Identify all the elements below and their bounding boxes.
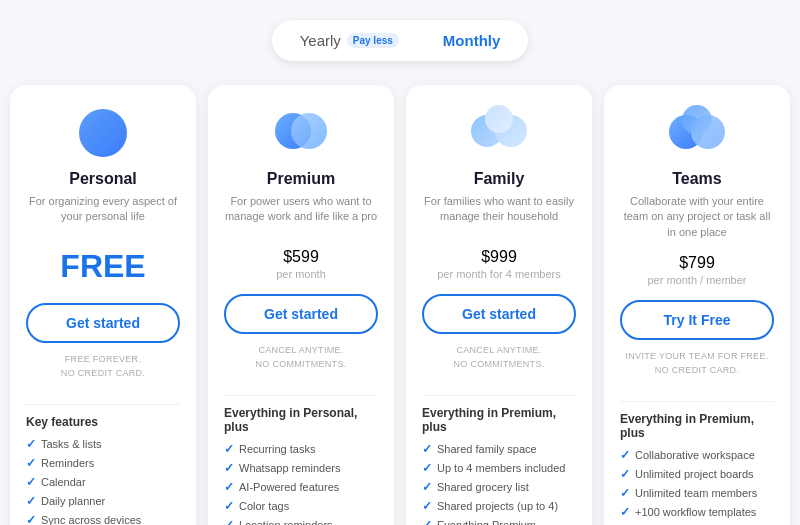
check-icon: ✓ (26, 494, 36, 508)
teams-note: INVITE YOUR TEAM FOR FREE. NO CREDIT CAR… (626, 350, 769, 377)
family-name: Family (474, 170, 525, 188)
family-icon (469, 105, 529, 160)
feature-text: Unlimited team members (635, 487, 757, 499)
feature-text: Whatsapp reminders (239, 462, 341, 474)
plan-card-personal: PersonalFor organizing every aspect of y… (10, 85, 196, 525)
check-icon: ✓ (26, 456, 36, 470)
check-icon: ✓ (620, 448, 630, 462)
feature-text: Reminders (41, 457, 94, 469)
family-price: $999 (481, 248, 517, 266)
feature-text: Collaborative workspace (635, 449, 755, 461)
feature-text: AI-Powered features (239, 481, 339, 493)
feature-text: Location reminders (239, 519, 333, 525)
personal-note: FREE FOREVER. NO CREDIT CARD. (61, 353, 145, 380)
feature-text: Shared projects (up to 4) (437, 500, 558, 512)
list-item: ✓Calendar (26, 475, 180, 489)
check-icon: ✓ (422, 442, 432, 456)
check-icon: ✓ (620, 505, 630, 519)
list-item: ✓Whatsapp reminders (224, 461, 378, 475)
list-item: ✓Reminders (26, 456, 180, 470)
personal-name: Personal (69, 170, 137, 188)
list-item: ✓Tasks & lists (26, 437, 180, 451)
premium-price: $599 (283, 248, 319, 266)
list-item: ✓+100 workflow templates (620, 505, 774, 519)
monthly-option[interactable]: Monthly (421, 24, 523, 57)
premium-icon (271, 105, 331, 160)
premium-note: CANCEL ANYTIME. NO COMMITMENTS. (256, 344, 347, 371)
feature-text: Tasks & lists (41, 438, 102, 450)
check-icon: ✓ (224, 461, 234, 475)
family-description: For families who want to easily manage t… (422, 194, 576, 234)
teams-icon (667, 105, 727, 160)
teams-name: Teams (672, 170, 722, 188)
teams-features-title: Everything in Premium, plus (620, 412, 774, 440)
list-item: ✓Recurring tasks (224, 442, 378, 456)
check-icon: ✓ (26, 513, 36, 525)
check-icon: ✓ (26, 437, 36, 451)
plan-card-family: FamilyFor families who want to easily ma… (406, 85, 592, 525)
list-item: ✓Daily planner (26, 494, 180, 508)
family-period: per month for 4 members (437, 268, 561, 280)
check-icon: ✓ (422, 461, 432, 475)
feature-text: Unlimited project boards (635, 468, 754, 480)
teams-description: Collaborate with your entire team on any… (620, 194, 774, 240)
yearly-option[interactable]: Yearly Pay less (278, 24, 421, 57)
check-icon: ✓ (620, 486, 630, 500)
check-icon: ✓ (224, 442, 234, 456)
check-icon: ✓ (26, 475, 36, 489)
list-item: ✓Shared family space (422, 442, 576, 456)
monthly-label: Monthly (443, 32, 501, 49)
check-icon: ✓ (224, 480, 234, 494)
teams-price: $799 (679, 254, 715, 272)
yearly-label: Yearly (300, 32, 341, 49)
feature-text: Sync across devices (41, 514, 141, 525)
list-item: ✓AI-Powered features (224, 480, 378, 494)
premium-period: per month (276, 268, 326, 280)
personal-price: FREE (60, 248, 145, 285)
premium-features-list: ✓Recurring tasks✓Whatsapp reminders✓AI-P… (224, 442, 378, 525)
list-item: ✓Shared grocery list (422, 480, 576, 494)
list-item: ✓Shared projects (up to 4) (422, 499, 576, 513)
feature-text: Color tags (239, 500, 289, 512)
check-icon: ✓ (422, 480, 432, 494)
check-icon: ✓ (422, 499, 432, 513)
premium-features-title: Everything in Personal, plus (224, 406, 378, 434)
personal-features-list: ✓Tasks & lists✓Reminders✓Calendar✓Daily … (26, 437, 180, 525)
list-item: ✓Unlimited project boards (620, 467, 774, 481)
premium-description: For power users who want to manage work … (224, 194, 378, 234)
check-icon: ✓ (620, 467, 630, 481)
feature-text: Daily planner (41, 495, 105, 507)
family-features-list: ✓Shared family space✓Up to 4 members inc… (422, 442, 576, 525)
personal-icon (73, 105, 133, 160)
list-item: ✓Sync across devices (26, 513, 180, 525)
check-icon: ✓ (224, 499, 234, 513)
feature-text: Shared grocery list (437, 481, 529, 493)
check-icon: ✓ (422, 518, 432, 525)
plan-card-premium: PremiumFor power users who want to manag… (208, 85, 394, 525)
list-item: ✓Up to 4 members included (422, 461, 576, 475)
teams-features-list: ✓Collaborative workspace✓Unlimited proje… (620, 448, 774, 525)
plan-card-teams: TeamsCollaborate with your entire team o… (604, 85, 790, 525)
feature-text: Everything Premium (437, 519, 536, 525)
family-features-title: Everything in Premium, plus (422, 406, 576, 434)
family-cta-button[interactable]: Get started (422, 294, 576, 334)
feature-text: Up to 4 members included (437, 462, 565, 474)
plans-container: PersonalFor organizing every aspect of y… (10, 85, 790, 525)
list-item: ✓Color tags (224, 499, 378, 513)
premium-cta-button[interactable]: Get started (224, 294, 378, 334)
premium-name: Premium (267, 170, 335, 188)
pay-less-badge: Pay less (347, 33, 399, 48)
feature-text: Recurring tasks (239, 443, 315, 455)
teams-cta-button[interactable]: Try It Free (620, 300, 774, 340)
list-item: ✓Everything Premium (422, 518, 576, 525)
billing-toggle[interactable]: Yearly Pay less Monthly (272, 20, 529, 61)
feature-text: Calendar (41, 476, 86, 488)
family-note: CANCEL ANYTIME. NO COMMITMENTS. (454, 344, 545, 371)
personal-cta-button[interactable]: Get started (26, 303, 180, 343)
feature-text: +100 workflow templates (635, 506, 756, 518)
list-item: ✓Collaborative workspace (620, 448, 774, 462)
list-item: ✓Unlimited team members (620, 486, 774, 500)
personal-features-title: Key features (26, 415, 98, 429)
feature-text: Shared family space (437, 443, 537, 455)
teams-period: per month / member (647, 274, 746, 286)
